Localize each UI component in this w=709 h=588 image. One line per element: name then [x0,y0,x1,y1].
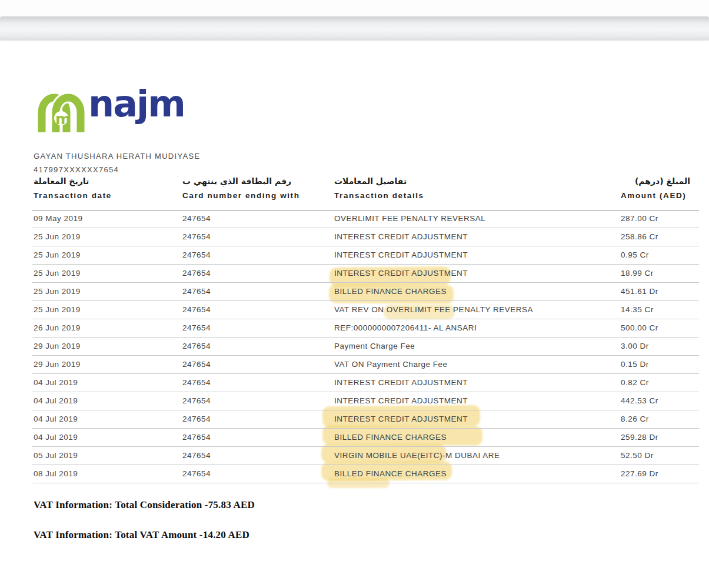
table-row: 09 May 2019247654OVERLIMIT FEE PENALTY R… [32,210,699,228]
cell-details: Payment Charge Fee [334,338,415,355]
table-row: 25 Jun 2019247654INTEREST CREDIT ADJUSTM… [32,228,699,246]
transaction-rows: 09 May 2019247654OVERLIMIT FEE PENALTY R… [32,210,699,483]
cell-date: 04 Jul 2019 [34,429,78,446]
cell-date: 29 Jun 2019 [34,338,81,355]
cell-card: 247654 [182,283,211,300]
cell-card: 247654 [182,356,211,373]
cell-amount: 0.15 Dr [621,356,649,373]
cell-date: 26 Jun 2019 [34,319,81,337]
cell-details: INTEREST CREDIT ADJUSTMENT [334,246,468,264]
cell-date: 04 Jul 2019 [34,392,78,410]
cell-date: 08 Jul 2019 [34,465,78,483]
cell-card: 247654 [182,265,211,282]
cell-details: REF:0000000007206411- AL ANSARI [334,319,477,337]
cell-details: INTEREST CREDIT ADJUSTMENT [334,228,468,246]
cell-amount: 14.35 Cr [621,301,654,319]
cell-details: BILLED FINANCE CHARGES [334,429,447,446]
cell-card: 247654 [182,429,211,446]
cell-amount: 442.53 Cr [621,392,658,410]
cell-amount: 0.95 Cr [621,246,649,264]
table-row: 25 Jun 2019247654VAT REV ON OVERLIMIT FE… [32,301,699,319]
cell-details: INTEREST CREDIT ADJUSTMENT [334,374,468,392]
cell-details: INTEREST CREDIT ADJUSTMENT [334,265,468,282]
cell-amount: 259.28 Dr [621,429,658,446]
table-row: 04 Jul 2019247654INTEREST CREDIT ADJUSTM… [32,392,699,410]
cell-date: 25 Jun 2019 [34,301,81,319]
cell-details: INTEREST CREDIT ADJUSTMENT [334,410,468,428]
cell-amount: 52.50 Dr [621,447,654,465]
cell-details: VAT ON Payment Charge Fee [334,356,448,373]
cell-date: 25 Jun 2019 [34,228,81,246]
cell-card: 247654 [182,392,211,410]
cell-card: 247654 [182,465,211,483]
statement-page: m najm GAYAN THUSHARA HERATH MUDIYASE 41… [0,0,709,588]
cell-amount: 0.82 Cr [621,374,649,392]
table-row: 29 Jun 2019247654VAT ON Payment Charge F… [32,356,699,374]
table-row: 05 Jul 2019247654VIRGIN MOBILE UAE(EITC)… [32,447,699,465]
cell-date: 04 Jul 2019 [34,410,78,428]
cell-date: 25 Jun 2019 [34,283,81,300]
cell-details: BILLED FINANCE CHARGES [334,465,447,483]
table-row: 26 Jun 2019247654REF:0000000007206411- A… [32,319,699,338]
cell-card: 247654 [182,374,211,392]
cell-details: VAT REV ON OVERLIMIT FEE PENALTY REVERSA [334,301,533,319]
cell-details: OVERLIMIT FEE PENALTY REVERSAL [334,210,485,228]
cell-date: 25 Jun 2019 [34,265,81,282]
cell-card: 247654 [182,338,211,355]
cell-date: 29 Jun 2019 [34,356,81,373]
cell-card: 247654 [182,228,211,246]
cell-card: 247654 [182,210,211,228]
cell-card: 247654 [182,447,211,465]
cell-card: 247654 [182,410,211,428]
cell-amount: 8.26 Cr [621,410,649,428]
cell-details: VIRGIN MOBILE UAE(EITC)-M DUBAI ARE [334,447,500,465]
cell-amount: 3.00 Dr [621,338,649,355]
cell-amount: 18.99 Cr [621,265,654,282]
cell-amount: 287.00 Cr [621,210,658,228]
cell-details: BILLED FINANCE CHARGES [334,283,447,300]
table-row: 04 Jul 2019247654BILLED FINANCE CHARGES2… [32,429,699,447]
table-row: 08 Jul 2019247654BILLED FINANCE CHARGES2… [32,465,699,483]
cell-card: 247654 [182,246,211,264]
table-row: 25 Jun 2019247654INTEREST CREDIT ADJUSTM… [32,265,699,283]
cell-date: 09 May 2019 [34,210,83,228]
cell-card: 247654 [182,319,211,337]
table-row: 04 Jul 2019247654INTEREST CREDIT ADJUSTM… [32,374,699,392]
cell-amount: 227.69 Dr [621,465,658,483]
cell-date: 04 Jul 2019 [34,374,78,392]
table-row: 25 Jun 2019247654INTEREST CREDIT ADJUSTM… [32,246,699,265]
cell-date: 25 Jun 2019 [34,246,81,264]
table-row: 04 Jul 2019247654INTEREST CREDIT ADJUSTM… [32,410,699,429]
cell-amount: 258.86 Cr [621,228,658,246]
table-row: 29 Jun 2019247654Payment Charge Fee3.00 … [32,338,699,356]
cell-date: 05 Jul 2019 [34,447,78,465]
cell-card: 247654 [182,301,211,319]
cell-amount: 451.61 Dr [621,283,658,300]
cell-details: INTEREST CREDIT ADJUSTMENT [334,392,468,410]
cell-amount: 500.00 Cr [621,319,658,337]
table-row: 25 Jun 2019247654BILLED FINANCE CHARGES4… [32,283,699,301]
